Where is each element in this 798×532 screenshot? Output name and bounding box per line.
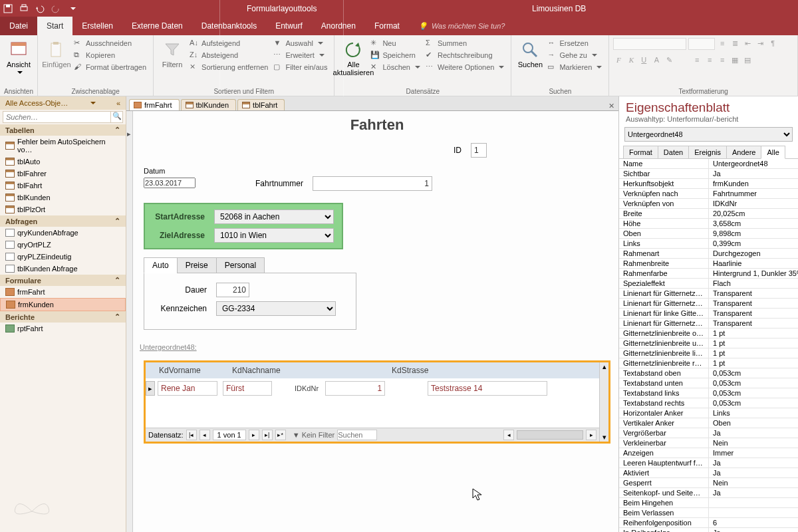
save-icon[interactable]: [3, 3, 13, 14]
remove-sort-button[interactable]: ⨯Sortierung entfernen: [187, 62, 271, 72]
ansicht-button[interactable]: Ansicht: [4, 38, 33, 79]
search-icon[interactable]: 🔍: [111, 111, 123, 123]
hscroll-left[interactable]: ◂: [503, 430, 514, 440]
prop-value[interactable]: 0,053cm: [709, 368, 798, 378]
prop-value[interactable]: [709, 498, 798, 507]
property-row[interactable]: In ReihenfolgeJa: [619, 528, 798, 532]
align-right-icon[interactable]: ≡: [717, 55, 728, 65]
prop-value[interactable]: Immer: [709, 448, 798, 458]
ps-tab-alle[interactable]: Alle: [761, 146, 785, 159]
bold-button[interactable]: F: [613, 55, 624, 65]
subtab-auto[interactable]: Auto: [144, 257, 178, 273]
kennzeichen-select[interactable]: GG-2334: [216, 301, 336, 316]
prop-value[interactable]: 6: [709, 518, 798, 527]
idkdnr-field[interactable]: [325, 381, 385, 396]
nav-prev-button[interactable]: ◂: [200, 430, 210, 440]
property-row[interactable]: Gitternetzlinienbreite oben1 pt: [619, 329, 798, 338]
prop-value[interactable]: 1 pt: [709, 358, 798, 368]
doc-tab-frmfahrt[interactable]: frmFahrt: [129, 99, 180, 110]
nav-item[interactable]: frmFahrt: [0, 286, 126, 298]
indent-dec-icon[interactable]: ⇤: [742, 38, 753, 49]
property-row[interactable]: Seitenkopf- und SeitenfußzeileJa: [619, 488, 798, 498]
prop-value[interactable]: Transparent: [709, 299, 798, 308]
property-row[interactable]: RahmenfarbeHintergrund 1, Dunkler 35%: [619, 269, 798, 279]
property-row[interactable]: RahmenbreiteHaarlinie: [619, 259, 798, 269]
nav-item[interactable]: tblAuto: [0, 156, 126, 168]
ltr-icon[interactable]: ¶: [767, 38, 778, 49]
hscroll-right[interactable]: ▸: [586, 430, 597, 440]
font-color-button[interactable]: A: [651, 55, 662, 65]
nav-item[interactable]: qryOrtPLZ: [0, 239, 126, 251]
property-row[interactable]: Oben9,898cm: [619, 229, 798, 239]
kdvorname-field[interactable]: [158, 381, 217, 396]
new-record-button[interactable]: ✳Neu: [368, 38, 423, 49]
print-icon[interactable]: [19, 3, 29, 14]
nav-item[interactable]: tblFahrer: [0, 168, 126, 180]
filter-toggle-button[interactable]: ▢Filter ein/aus: [271, 62, 330, 72]
zieladresse-select[interactable]: 1010 in Wien: [214, 228, 334, 243]
bullets-icon[interactable]: ≡: [717, 38, 728, 49]
align-center-icon[interactable]: ≡: [704, 55, 715, 65]
prop-value[interactable]: 0,399cm: [709, 239, 798, 248]
prop-value[interactable]: Hintergrund 1, Dunkler 35%: [709, 269, 798, 278]
property-row[interactable]: Verknüpfen nachFahrtnummer: [619, 189, 798, 199]
prop-value[interactable]: Fahrtnummer: [709, 189, 798, 198]
nav-next-button[interactable]: ▸: [249, 430, 259, 440]
nav-last-button[interactable]: ▸|: [262, 430, 273, 440]
find-button[interactable]: Suchen: [515, 38, 545, 71]
id-field[interactable]: [471, 143, 487, 158]
nav-category-abfragen[interactable]: Abfragen⌃: [0, 215, 126, 227]
subtab-personal[interactable]: Personal: [216, 257, 265, 273]
property-row[interactable]: Textabstand rechts0,053cm: [619, 398, 798, 408]
property-row[interactable]: Breite20,025cm: [619, 209, 798, 219]
prop-value[interactable]: Haarlinie: [709, 259, 798, 268]
property-row[interactable]: AnzeigenImmer: [619, 448, 798, 458]
prop-value[interactable]: Transparent: [709, 319, 798, 328]
ps-tab-format[interactable]: Format: [623, 146, 658, 159]
prop-value[interactable]: Ja: [709, 169, 798, 178]
row-selector[interactable]: ▸: [146, 381, 155, 396]
kdnachname-field[interactable]: [223, 381, 272, 396]
property-row[interactable]: VergrößerbarJa: [619, 428, 798, 438]
prop-value[interactable]: 1 pt: [709, 348, 798, 358]
refresh-all-button[interactable]: Alle aktualisieren: [338, 38, 368, 79]
nav-item[interactable]: tblKunden: [0, 192, 126, 203]
copy-button[interactable]: ⧉Kopieren: [71, 50, 149, 61]
prop-value[interactable]: Nein: [709, 438, 798, 448]
property-row[interactable]: GesperrtNein: [619, 478, 798, 488]
menu-format[interactable]: Format: [365, 17, 409, 35]
nav-category-formulare[interactable]: Formulare⌃: [0, 275, 126, 286]
property-row[interactable]: Textabstand links0,053cm: [619, 388, 798, 398]
prop-value[interactable]: 20,025cm: [709, 209, 798, 218]
select-button[interactable]: ▭Markieren: [545, 62, 604, 72]
prop-value[interactable]: 0,053cm: [709, 388, 798, 398]
prop-value[interactable]: 0,053cm: [709, 378, 798, 388]
property-row[interactable]: Vertikaler AnkerOben: [619, 418, 798, 428]
cut-button[interactable]: ✂Ausschneiden: [71, 38, 149, 49]
redo-icon[interactable]: [51, 3, 61, 14]
menu-start[interactable]: Start: [37, 17, 72, 35]
sort-desc-button[interactable]: Z↓Absteigend: [187, 50, 271, 61]
highlight-button[interactable]: ✎: [664, 55, 674, 65]
ps-tab-daten[interactable]: Daten: [658, 146, 689, 159]
indent-inc-icon[interactable]: ⇥: [755, 38, 765, 49]
prop-value[interactable]: Transparent: [709, 289, 798, 298]
nav-item[interactable]: tblFahrt: [0, 180, 126, 192]
datum-field[interactable]: [144, 178, 196, 188]
property-row[interactable]: RahmenartDurchgezogen: [619, 249, 798, 259]
ps-tab-andere[interactable]: Andere: [726, 146, 761, 159]
prop-value[interactable]: 1 pt: [709, 338, 798, 348]
nav-item[interactable]: qryPLZEindeutig: [0, 251, 126, 263]
property-row[interactable]: Höhe3,658cm: [619, 219, 798, 229]
property-row[interactable]: Leeren Hauptentwurf filternJa: [619, 458, 798, 468]
prop-value[interactable]: Durchgezogen: [709, 249, 798, 258]
property-row[interactable]: Textabstand unten0,053cm: [619, 378, 798, 388]
property-row[interactable]: HerkunftsobjektfrmKunden: [619, 179, 798, 189]
nav-category-berichte[interactable]: Berichte⌃: [0, 311, 126, 323]
property-row[interactable]: Verknüpfen vonIDKdNr: [619, 199, 798, 209]
nav-item[interactable]: Fehler beim AutoSpeichern vo…: [0, 136, 126, 156]
nav-item[interactable]: tblPlzOrt: [0, 203, 126, 215]
sort-asc-button[interactable]: A↓Aufsteigend: [187, 38, 271, 49]
summen-button[interactable]: ΣSummen: [423, 38, 507, 49]
collapse-icon[interactable]: «: [116, 99, 120, 107]
